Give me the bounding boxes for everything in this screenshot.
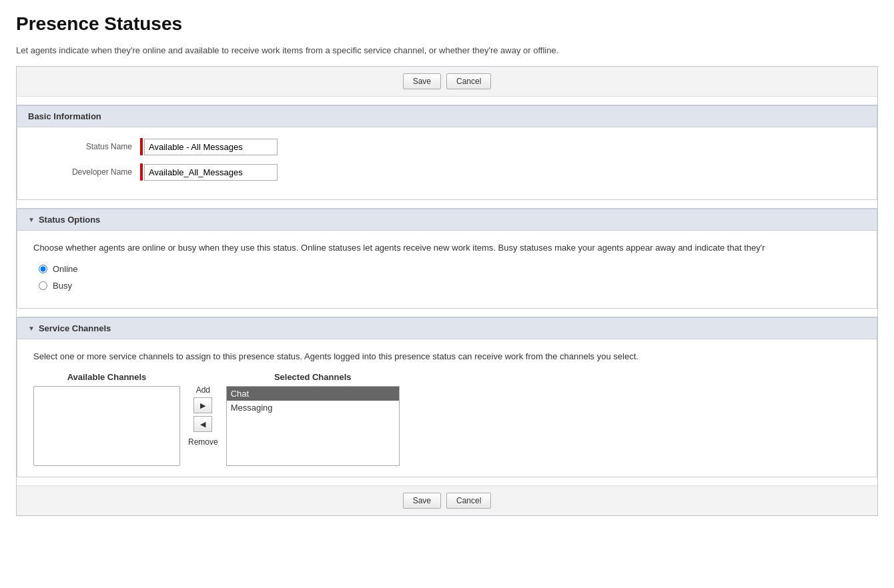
bottom-cancel-button[interactable]: Cancel: [446, 493, 491, 509]
developer-name-input[interactable]: [144, 164, 278, 181]
page-title: Presence Statuses: [16, 13, 878, 35]
add-label: Add: [196, 385, 210, 395]
status-options-label: Status Options: [39, 215, 100, 225]
transfer-buttons: Add ▶ ◀ Remove: [180, 385, 226, 447]
top-cancel-button[interactable]: Cancel: [446, 73, 491, 89]
basic-info-body: Status Name Developer Name: [17, 127, 877, 199]
online-radio-item: Online: [39, 264, 861, 274]
status-name-required: [140, 138, 143, 155]
available-channels-list[interactable]: [33, 386, 180, 466]
selected-item-messaging[interactable]: Messaging: [227, 401, 399, 415]
basic-info-header: Basic Information: [17, 105, 877, 127]
selected-item-chat[interactable]: Chat: [227, 387, 399, 401]
status-name-label: Status Name: [33, 142, 140, 151]
service-channels-description: Select one or more service channels to a…: [33, 350, 861, 363]
status-options-arrow: ▼: [28, 216, 35, 223]
status-options-description: Choose whether agents are online or busy…: [33, 241, 861, 255]
status-options-body: Choose whether agents are online or busy…: [17, 231, 877, 308]
bottom-save-button[interactable]: Save: [403, 493, 441, 509]
service-channels-header: ▼ Service Channels: [17, 317, 877, 339]
busy-radio[interactable]: [39, 281, 47, 290]
available-channels-wrapper: Available Channels: [33, 372, 180, 466]
main-form-container: Save Cancel Basic Information Status Nam…: [16, 66, 878, 516]
busy-radio-item: Busy: [39, 281, 861, 291]
service-channels-section: ▼ Service Channels Select one or more se…: [17, 317, 877, 478]
status-name-row: Status Name: [33, 138, 861, 155]
bottom-toolbar: Save Cancel: [17, 485, 877, 515]
top-save-button[interactable]: Save: [403, 73, 441, 89]
available-channels-label: Available Channels: [67, 372, 147, 382]
status-options-header: ▼ Status Options: [17, 209, 877, 231]
selected-channels-label: Selected Channels: [274, 372, 352, 382]
channels-transfer-widget: Available Channels Add ▶ ◀ Remove: [33, 372, 861, 466]
selected-channels-wrapper: Selected Channels Chat Messaging: [226, 372, 400, 466]
page-description: Let agents indicate when they're online …: [16, 45, 878, 55]
developer-name-required: [140, 163, 143, 181]
service-channels-arrow: ▼: [28, 325, 35, 332]
online-label: Online: [53, 264, 78, 274]
top-toolbar: Save Cancel: [17, 67, 877, 97]
busy-label: Busy: [53, 281, 72, 291]
add-button[interactable]: ▶: [193, 397, 212, 413]
developer-name-label: Developer Name: [33, 167, 140, 177]
basic-info-label: Basic Information: [28, 111, 101, 121]
status-options-section: ▼ Status Options Choose whether agents a…: [17, 208, 877, 309]
selected-channels-list[interactable]: Chat Messaging: [226, 386, 400, 466]
status-name-input[interactable]: [144, 139, 278, 155]
arrow-right-icon: ▶: [200, 401, 205, 410]
remove-button[interactable]: ◀: [193, 416, 212, 432]
status-radio-group: Online Busy: [39, 264, 861, 291]
arrow-left-icon: ◀: [200, 420, 205, 429]
service-channels-body: Select one or more service channels to a…: [17, 339, 877, 477]
status-name-input-wrapper: [140, 138, 278, 155]
online-radio[interactable]: [39, 265, 47, 273]
remove-label: Remove: [188, 437, 218, 447]
developer-name-input-wrapper: [140, 163, 278, 181]
basic-info-section: Basic Information Status Name Developer …: [17, 105, 877, 200]
developer-name-row: Developer Name: [33, 163, 861, 181]
service-channels-label: Service Channels: [39, 323, 111, 333]
